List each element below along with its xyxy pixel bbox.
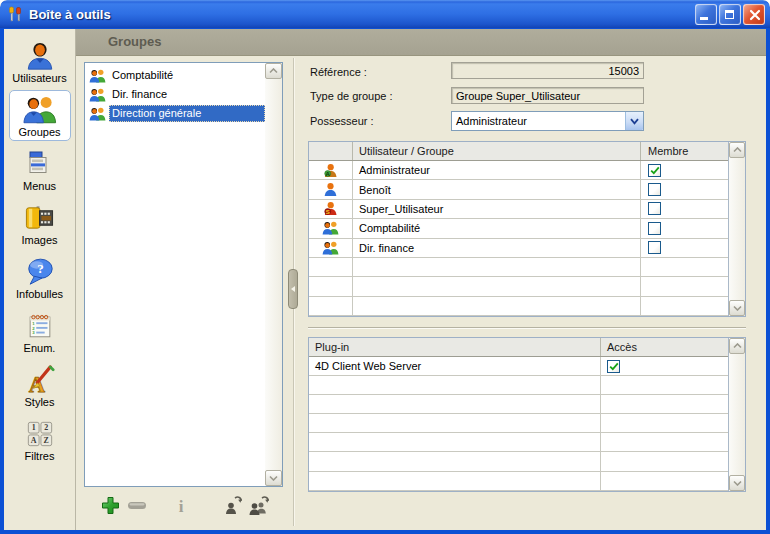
sidebar-item-styles[interactable]: A Styles [9,360,71,411]
empty-row [309,258,729,277]
group-list[interactable]: Comptabilité Dir. finance Direction géné… [84,62,283,487]
group-arrow-icon [248,494,272,516]
sidebar-item-groupes[interactable]: Groupes [9,90,71,141]
group-icon [88,68,106,83]
list-toolbar: i [92,493,292,517]
empty-row [309,297,729,316]
member-row[interactable]: Comptabilité [309,219,729,238]
group-small-icon [322,241,339,255]
empty-row [309,376,729,395]
window-controls [695,4,765,25]
chevron-down-icon [269,475,278,481]
user-blue-icon [323,182,338,197]
group-list-item[interactable]: Comptabilité [85,66,265,85]
close-icon [747,7,763,23]
scroll-up-button[interactable] [265,63,282,79]
scrollbar-track[interactable] [265,79,282,470]
empty-row [309,452,729,471]
svg-text:i: i [179,496,184,515]
scrollbar-track[interactable] [729,158,745,300]
member-checkbox[interactable] [648,183,661,196]
member-row[interactable]: A Administrateur [309,161,729,180]
svg-text:?: ? [37,261,44,276]
minus-icon [127,501,147,510]
chevron-up-icon [269,68,278,74]
owner-select[interactable]: Administrateur [451,111,644,131]
group-small-icon [322,221,339,235]
scrollbar-track[interactable] [729,354,745,475]
sidebar-item-utilisateurs[interactable]: Utilisateurs [9,36,71,87]
group-icon [88,106,106,121]
scrollbar[interactable] [728,142,745,316]
svg-text:Z: Z [43,436,48,445]
scrollbar[interactable] [265,63,282,486]
delete-button[interactable] [125,493,149,517]
sidebar-item-filtres[interactable]: 12AZ Filtres [9,414,71,465]
minimize-button[interactable] [695,4,717,25]
empty-row [309,395,729,414]
members-col-user-group: Utilisateur / Groupe [353,142,641,160]
scroll-down-button[interactable] [265,470,282,486]
group-icon [88,87,106,102]
plugins-table: Plug-in Accès 4D Client Web Server [308,337,746,492]
title-bar[interactable]: Boîte à outils [0,0,770,28]
svg-text:S: S [326,208,330,215]
info-button[interactable]: i [169,493,193,517]
sidebar-item-enum[interactable]: 123 Enum. [9,306,71,357]
minimize-icon [700,17,708,20]
toolbox-window: Boîte à outils Utilisateurs Groupes Menu… [0,0,770,534]
scroll-up-button[interactable] [729,338,745,354]
chevron-up-icon [733,343,742,349]
empty-row [309,277,729,296]
maximize-button[interactable] [719,4,741,25]
splitter-handle[interactable] [288,269,298,309]
sidebar-item-images[interactable]: Images [9,198,71,249]
infobulle-icon: ? [25,256,55,287]
members-table-header: Utilisateur / Groupe Membre [309,142,729,161]
plugins-col-acces: Accès [601,338,729,356]
members-col-membre: Membre [641,142,729,160]
assign-user-button[interactable] [222,493,246,517]
scroll-down-button[interactable] [729,475,745,491]
user-super-icon: S [323,201,338,216]
member-row[interactable]: Dir. finance [309,239,729,258]
maximize-icon [725,10,734,19]
members-col-icon [309,142,353,160]
sidebar-item-infobulles[interactable]: ? Infobulles [9,252,71,303]
member-checkbox[interactable] [648,164,661,177]
group-type-label: Type de groupe : [310,90,393,102]
add-button[interactable] [98,493,122,517]
tables-divider [308,327,746,329]
member-checkbox[interactable] [648,222,661,235]
member-checkbox[interactable] [648,241,661,254]
images-icon [24,202,55,233]
window-title: Boîte à outils [29,7,695,22]
group-list-item[interactable]: Direction générale [85,104,265,123]
group-list-item[interactable]: Dir. finance [85,85,265,104]
owner-label: Possesseur : [310,115,374,127]
chevron-down-icon [733,480,742,486]
page-title: Groupes [108,29,766,55]
combo-dropdown-button[interactable] [625,112,643,130]
reference-label: Référence : [310,66,367,78]
collapse-left-icon [291,286,295,292]
assign-group-button[interactable] [248,493,272,517]
empty-row [309,472,729,491]
plugin-row[interactable]: 4D Client Web Server [309,357,729,376]
svg-text:A: A [325,169,330,176]
sidebar-item-menus[interactable]: Menus [9,144,71,195]
access-checkbox[interactable] [607,360,620,373]
plugins-table-header: Plug-in Accès [309,338,729,357]
member-row[interactable]: S Super_Utilisateur [309,200,729,219]
empty-row [309,414,729,433]
scroll-up-button[interactable] [729,142,745,158]
close-button[interactable] [743,4,765,25]
scrollbar[interactable] [728,338,745,491]
scroll-down-button[interactable] [729,300,745,316]
member-checkbox[interactable] [648,202,661,215]
chevron-up-icon [733,147,742,153]
reference-field: 15003 [451,62,644,79]
svg-text:1: 1 [31,423,35,432]
member-row[interactable]: Benoît [309,180,729,199]
group-type-field: Groupe Super_Utilisateur [451,87,644,104]
